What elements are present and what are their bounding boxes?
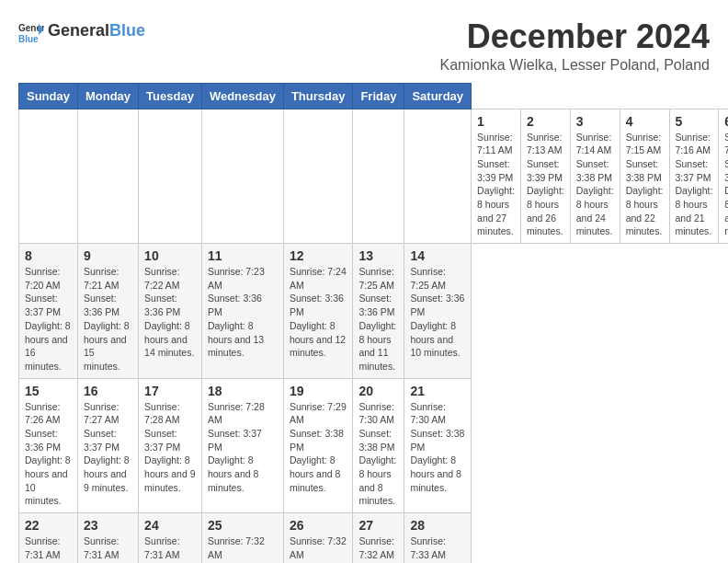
day-number: 28 — [410, 518, 465, 533]
calendar-cell: 11 Sunrise: 7:23 AM Sunset: 3:36 PM Dayl… — [201, 244, 283, 379]
calendar-cell: 24 Sunrise: 7:31 AM Sunset: 3:40 PM Dayl… — [139, 513, 202, 563]
day-number: 10 — [144, 248, 196, 263]
calendar-cell: 23 Sunrise: 7:31 AM Sunset: 3:39 PM Dayl… — [77, 513, 138, 563]
day-info: Sunrise: 7:23 AM Sunset: 3:36 PM Dayligh… — [208, 265, 278, 360]
calendar-cell: 22 Sunrise: 7:31 AM Sunset: 3:39 PM Dayl… — [19, 513, 78, 563]
calendar-cell: 4 Sunrise: 7:15 AM Sunset: 3:38 PM Dayli… — [620, 109, 669, 244]
header-sunday: Sunday — [19, 83, 78, 109]
week-row-2: 8 Sunrise: 7:20 AM Sunset: 3:37 PM Dayli… — [19, 244, 729, 379]
calendar-cell — [353, 109, 404, 244]
header-row: SundayMondayTuesdayWednesdayThursdayFrid… — [19, 83, 729, 109]
day-number: 24 — [144, 518, 196, 533]
calendar-cell: 26 Sunrise: 7:32 AM Sunset: 3:41 PM Dayl… — [283, 513, 353, 563]
day-number: 3 — [576, 114, 614, 129]
calendar-cell: 28 Sunrise: 7:33 AM Sunset: 3:43 PM Dayl… — [404, 513, 472, 563]
calendar-table: SundayMondayTuesdayWednesdayThursdayFrid… — [18, 83, 728, 563]
calendar-cell: 5 Sunrise: 7:16 AM Sunset: 3:37 PM Dayli… — [669, 109, 719, 244]
calendar-cell — [139, 109, 202, 244]
day-info: Sunrise: 7:30 AM Sunset: 3:38 PM Dayligh… — [358, 400, 398, 509]
day-number: 8 — [25, 248, 72, 263]
location-title: Kamionka Wielka, Lesser Poland, Poland — [440, 57, 711, 74]
calendar-cell: 6 Sunrise: 7:17 AM Sunset: 3:37 PM Dayli… — [719, 109, 728, 244]
calendar-cell: 16 Sunrise: 7:27 AM Sunset: 3:37 PM Dayl… — [77, 378, 138, 513]
calendar-cell: 3 Sunrise: 7:14 AM Sunset: 3:38 PM Dayli… — [570, 109, 620, 244]
svg-text:Blue: Blue — [18, 34, 39, 44]
day-number: 18 — [208, 384, 278, 398]
day-info: Sunrise: 7:25 AM Sunset: 3:36 PM Dayligh… — [358, 265, 398, 373]
day-info: Sunrise: 7:13 AM Sunset: 3:39 PM Dayligh… — [527, 131, 564, 239]
day-info: Sunrise: 7:31 AM Sunset: 3:40 PM Dayligh… — [144, 534, 196, 563]
title-section: December 2024 Kamionka Wielka, Lesser Po… — [440, 18, 711, 74]
calendar-cell — [19, 109, 78, 244]
calendar-cell: 12 Sunrise: 7:24 AM Sunset: 3:36 PM Dayl… — [283, 244, 353, 379]
week-row-1: 1 Sunrise: 7:11 AM Sunset: 3:39 PM Dayli… — [19, 109, 729, 244]
header-friday: Friday — [353, 83, 404, 109]
day-info: Sunrise: 7:26 AM Sunset: 3:36 PM Dayligh… — [25, 400, 72, 509]
header-tuesday: Tuesday — [139, 83, 202, 109]
day-info: Sunrise: 7:29 AM Sunset: 3:38 PM Dayligh… — [290, 400, 347, 495]
day-number: 2 — [527, 114, 564, 129]
logo-blue: Blue — [109, 22, 145, 40]
header: General Blue GeneralBlue December 2024 K… — [18, 18, 710, 74]
day-info: Sunrise: 7:27 AM Sunset: 3:37 PM Dayligh… — [84, 400, 132, 495]
calendar-cell: 14 Sunrise: 7:25 AM Sunset: 3:36 PM Dayl… — [404, 244, 472, 379]
header-monday: Monday — [77, 83, 138, 109]
day-number: 22 — [25, 518, 72, 533]
day-number: 26 — [290, 518, 347, 533]
day-info: Sunrise: 7:14 AM Sunset: 3:38 PM Dayligh… — [576, 131, 614, 239]
calendar-cell: 10 Sunrise: 7:22 AM Sunset: 3:36 PM Dayl… — [139, 244, 202, 379]
day-number: 9 — [84, 248, 132, 263]
calendar-cell: 18 Sunrise: 7:28 AM Sunset: 3:37 PM Dayl… — [201, 378, 283, 513]
day-info: Sunrise: 7:22 AM Sunset: 3:36 PM Dayligh… — [144, 265, 196, 360]
calendar-cell: 25 Sunrise: 7:32 AM Sunset: 3:41 PM Dayl… — [201, 513, 283, 563]
day-info: Sunrise: 7:30 AM Sunset: 3:38 PM Dayligh… — [410, 400, 465, 495]
day-number: 11 — [208, 248, 278, 263]
day-info: Sunrise: 7:32 AM Sunset: 3:41 PM Dayligh… — [290, 534, 347, 563]
day-info: Sunrise: 7:32 AM Sunset: 3:42 PM Dayligh… — [358, 534, 398, 563]
calendar-cell — [77, 109, 138, 244]
day-number: 23 — [84, 518, 132, 533]
day-number: 25 — [208, 518, 278, 533]
header-thursday: Thursday — [283, 83, 353, 109]
day-info: Sunrise: 7:11 AM Sunset: 3:39 PM Dayligh… — [477, 131, 515, 239]
week-row-4: 22 Sunrise: 7:31 AM Sunset: 3:39 PM Dayl… — [19, 513, 729, 563]
day-number: 19 — [290, 384, 347, 398]
day-number: 5 — [676, 114, 713, 129]
day-number: 12 — [290, 248, 347, 263]
day-info: Sunrise: 7:20 AM Sunset: 3:37 PM Dayligh… — [25, 265, 72, 373]
day-number: 20 — [358, 384, 398, 398]
calendar-cell: 15 Sunrise: 7:26 AM Sunset: 3:36 PM Dayl… — [19, 378, 78, 513]
calendar-cell: 19 Sunrise: 7:29 AM Sunset: 3:38 PM Dayl… — [283, 378, 353, 513]
calendar-cell: 27 Sunrise: 7:32 AM Sunset: 3:42 PM Dayl… — [353, 513, 404, 563]
calendar-cell — [283, 109, 353, 244]
logo-icon: General Blue — [18, 18, 44, 44]
calendar-cell: 2 Sunrise: 7:13 AM Sunset: 3:39 PM Dayli… — [520, 109, 570, 244]
day-info: Sunrise: 7:16 AM Sunset: 3:37 PM Dayligh… — [676, 131, 713, 239]
day-number: 17 — [144, 384, 196, 398]
logo-general: General — [48, 22, 109, 40]
calendar-cell: 8 Sunrise: 7:20 AM Sunset: 3:37 PM Dayli… — [19, 244, 78, 379]
day-info: Sunrise: 7:31 AM Sunset: 3:39 PM Dayligh… — [84, 534, 132, 563]
day-info: Sunrise: 7:33 AM Sunset: 3:43 PM Dayligh… — [410, 534, 465, 563]
calendar-cell: 21 Sunrise: 7:30 AM Sunset: 3:38 PM Dayl… — [404, 378, 472, 513]
calendar-cell: 1 Sunrise: 7:11 AM Sunset: 3:39 PM Dayli… — [472, 109, 521, 244]
calendar-cell: 20 Sunrise: 7:30 AM Sunset: 3:38 PM Dayl… — [353, 378, 404, 513]
day-info: Sunrise: 7:21 AM Sunset: 3:36 PM Dayligh… — [84, 265, 132, 373]
calendar-cell: 17 Sunrise: 7:28 AM Sunset: 3:37 PM Dayl… — [139, 378, 202, 513]
day-number: 4 — [626, 114, 664, 129]
calendar-cell — [404, 109, 472, 244]
day-number: 16 — [84, 384, 132, 398]
day-number: 6 — [724, 114, 728, 129]
day-info: Sunrise: 7:25 AM Sunset: 3:36 PM Dayligh… — [410, 265, 465, 360]
header-wednesday: Wednesday — [201, 83, 283, 109]
day-number: 21 — [410, 384, 465, 398]
week-row-3: 15 Sunrise: 7:26 AM Sunset: 3:36 PM Dayl… — [19, 378, 729, 513]
day-number: 15 — [25, 384, 72, 398]
day-info: Sunrise: 7:24 AM Sunset: 3:36 PM Dayligh… — [290, 265, 347, 360]
day-info: Sunrise: 7:32 AM Sunset: 3:41 PM Dayligh… — [208, 534, 278, 563]
month-title: December 2024 — [440, 18, 711, 55]
day-info: Sunrise: 7:15 AM Sunset: 3:38 PM Dayligh… — [626, 131, 664, 239]
day-number: 13 — [358, 248, 398, 263]
day-info: Sunrise: 7:17 AM Sunset: 3:37 PM Dayligh… — [724, 131, 728, 239]
calendar-cell: 13 Sunrise: 7:25 AM Sunset: 3:36 PM Dayl… — [353, 244, 404, 379]
